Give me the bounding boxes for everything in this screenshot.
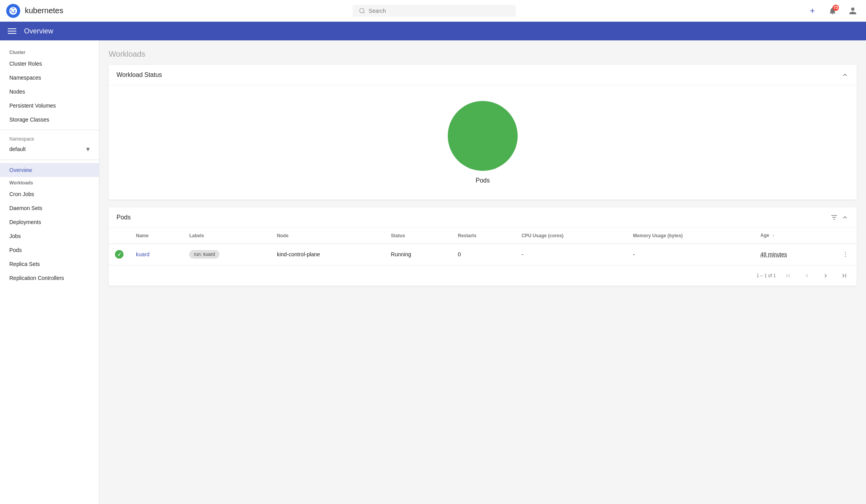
kubernetes-logo-icon: [6, 4, 20, 18]
layout: Cluster Cluster Roles Namespaces Nodes P…: [0, 40, 866, 504]
table-header-row: Name Labels Node Status: [109, 228, 857, 244]
notifications-badge: 73: [833, 5, 839, 11]
pod-name-cell: kuard: [130, 244, 183, 265]
workload-status-card-header: Workload Status: [109, 65, 857, 85]
menu-toggle-button[interactable]: [6, 27, 18, 35]
pods-card-actions: [830, 214, 849, 221]
pod-more-button[interactable]: [840, 249, 850, 259]
pod-circle-label: Pods: [476, 177, 490, 184]
page-title: Workloads: [109, 50, 857, 59]
chevron-up-icon: [841, 71, 849, 79]
col-labels: Labels: [183, 228, 271, 244]
sidebar-item-persistent-volumes[interactable]: Persistent Volumes: [0, 99, 99, 113]
pod-age-cell: 48 minutes: [754, 244, 834, 265]
col-status-icon: [109, 228, 130, 244]
account-icon: [849, 7, 857, 15]
sort-icon: ↑: [772, 233, 775, 239]
workload-status-card: Workload Status Pods: [109, 65, 857, 200]
table-footer: 1 – 1 of 1: [109, 265, 857, 286]
sidebar-item-deployments[interactable]: Deployments: [0, 215, 99, 229]
prev-page-icon: [803, 272, 810, 279]
sidebar-item-replication-controllers[interactable]: Replication Controllers: [0, 271, 99, 285]
sidebar-item-namespaces[interactable]: Namespaces: [0, 71, 99, 85]
collapse-workload-status-button[interactable]: [841, 71, 849, 79]
pod-circle-container: Pods: [448, 101, 518, 184]
pods-table: Name Labels Node Status: [109, 228, 857, 265]
cluster-section-title: Cluster: [0, 47, 99, 57]
pods-card-title: Pods: [117, 214, 130, 221]
pagination-last-button[interactable]: [838, 269, 850, 282]
svg-point-4: [845, 254, 846, 255]
search-icon: [359, 7, 365, 14]
collapse-pods-button[interactable]: [841, 214, 849, 221]
sidebar-item-daemon-sets[interactable]: Daemon Sets: [0, 201, 99, 215]
workloads-section-title: Workloads: [0, 177, 99, 187]
sidebar: Cluster Cluster Roles Namespaces Nodes P…: [0, 40, 99, 504]
subheader-title: Overview: [24, 27, 53, 35]
svg-point-3: [845, 252, 846, 253]
pod-memory-cell: -: [627, 244, 754, 265]
filter-button[interactable]: [830, 214, 838, 221]
pagination-first-button[interactable]: [782, 269, 795, 282]
pod-status-circle: [448, 101, 518, 171]
sidebar-item-cron-jobs[interactable]: Cron Jobs: [0, 187, 99, 201]
chevron-up-icon: [841, 214, 849, 221]
pods-card: Pods: [109, 207, 857, 286]
chevron-down-icon: ▾: [86, 145, 90, 153]
col-age[interactable]: Age ↑: [754, 228, 834, 244]
col-status: Status: [385, 228, 452, 244]
namespace-label: Namespace: [9, 136, 90, 142]
sidebar-item-jobs[interactable]: Jobs: [0, 229, 99, 243]
user-avatar-button[interactable]: [846, 4, 860, 18]
workload-status-title: Workload Status: [117, 71, 162, 78]
sidebar-item-overview[interactable]: Overview: [0, 163, 99, 177]
hamburger-line: [8, 28, 16, 29]
pod-status-text-cell: Running: [385, 244, 452, 265]
add-button[interactable]: +: [805, 4, 819, 18]
main-content: Workloads Workload Status Pods: [99, 40, 866, 504]
first-page-icon: [785, 272, 792, 279]
svg-point-1: [360, 8, 364, 12]
col-node: Node: [271, 228, 385, 244]
pod-status-ok-icon: [115, 250, 123, 259]
app-title: kubernetes: [25, 6, 63, 15]
sidebar-item-storage-classes[interactable]: Storage Classes: [0, 113, 99, 127]
svg-point-5: [845, 256, 846, 257]
search-bar[interactable]: [353, 5, 516, 17]
sidebar-item-pods[interactable]: Pods: [0, 243, 99, 257]
workload-status-actions: [841, 71, 849, 79]
pod-node-cell: kind-control-plane: [271, 244, 385, 265]
pagination-text: 1 – 1 of 1: [756, 273, 776, 278]
filter-icon: [830, 214, 838, 221]
subheader: Overview: [0, 22, 866, 40]
namespace-section: Namespace default ▾: [0, 133, 99, 156]
sidebar-item-cluster-roles[interactable]: Cluster Roles: [0, 57, 99, 71]
pods-card-header: Pods: [109, 207, 857, 228]
pod-labels-cell: run: kuard: [183, 244, 271, 265]
topbar: kubernetes + 73: [0, 0, 866, 22]
workload-status-body: Pods: [109, 85, 857, 200]
pagination-prev-button[interactable]: [801, 269, 813, 282]
namespace-value: default: [9, 146, 26, 152]
topbar-left: kubernetes: [6, 4, 63, 18]
col-memory: Memory Usage (bytes): [627, 228, 754, 244]
sidebar-item-nodes[interactable]: Nodes: [0, 85, 99, 99]
pod-more-cell: [834, 244, 857, 265]
pod-label-chip: run: kuard: [189, 250, 219, 259]
col-actions: [834, 228, 857, 244]
next-page-icon: [822, 272, 829, 279]
pod-cpu-cell: -: [515, 244, 627, 265]
hamburger-line: [8, 33, 16, 34]
table-row: kuard run: kuard kind-control-plane Runn…: [109, 244, 857, 265]
pod-status-cell: [109, 244, 130, 265]
col-name: Name: [130, 228, 183, 244]
pod-name-link[interactable]: kuard: [136, 251, 150, 257]
notifications-button[interactable]: 73: [826, 4, 840, 18]
namespace-select[interactable]: default ▾: [9, 143, 90, 155]
search-input[interactable]: [369, 8, 510, 14]
add-icon: +: [810, 6, 815, 16]
sidebar-divider-2: [0, 160, 99, 160]
sidebar-item-replica-sets[interactable]: Replica Sets: [0, 257, 99, 271]
hamburger-line: [8, 31, 16, 31]
pagination-next-button[interactable]: [819, 269, 832, 282]
